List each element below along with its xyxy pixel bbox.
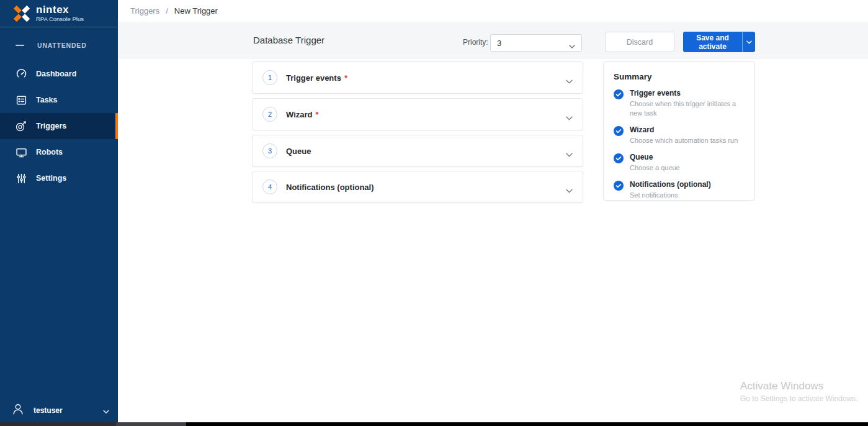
chevron-down-icon	[566, 75, 573, 86]
accordion-queue[interactable]: 3 Queue	[252, 135, 583, 167]
priority-label: Priority:	[463, 38, 488, 47]
brand-logo: nintex RPA Console Plus	[0, 0, 118, 27]
accordion-notifications[interactable]: 4 Notifications (optional)	[252, 171, 583, 203]
sidebar-item-label: Robots	[36, 148, 63, 156]
accordion-wizard[interactable]: 2 Wizard *	[252, 98, 583, 130]
summary-item-notifications: Notifications (optional) Set notificatio…	[614, 180, 745, 200]
summary-item-desc: Choose which automation tasks run	[630, 136, 738, 145]
taskbar-edge	[0, 422, 868, 426]
person-icon	[11, 402, 25, 419]
gauge-icon	[15, 68, 27, 80]
mode-label: UNATTENDED	[37, 42, 87, 49]
chevron-down-icon	[566, 184, 573, 196]
sidebar-item-label: Dashboard	[36, 70, 76, 78]
check-circle-icon	[614, 181, 624, 191]
sidebar-nav: Dashboard Tasks Triggers	[0, 61, 118, 191]
breadcrumb-separator: /	[166, 6, 168, 16]
chevron-down-icon	[103, 405, 109, 416]
sidebar-item-label: Tasks	[36, 96, 58, 104]
summary-item-label: Queue	[630, 153, 680, 162]
accordion-trigger-events[interactable]: 1 Trigger events *	[252, 61, 583, 94]
sliders-icon	[15, 172, 27, 184]
summary-item-trigger-events: Trigger events Choose when this trigger …	[614, 89, 745, 118]
task-list-icon	[15, 94, 27, 106]
chevron-down-icon	[569, 41, 575, 50]
step-number-badge: 2	[262, 107, 277, 122]
target-icon	[15, 120, 27, 132]
breadcrumb-current: New Trigger	[174, 6, 218, 16]
sidebar-item-settings[interactable]: Settings	[0, 165, 118, 191]
brand-name: nintex	[36, 4, 84, 15]
summary-item-desc: Set notifications	[630, 191, 711, 200]
summary-item-label: Trigger events	[630, 89, 745, 98]
monitor-icon	[15, 146, 27, 158]
breadcrumb-parent[interactable]: Triggers	[130, 6, 159, 16]
watermark-title: Activate Windows	[740, 380, 857, 392]
mode-row: UNATTENDED	[0, 36, 118, 55]
sidebar-item-tasks[interactable]: Tasks	[0, 87, 118, 113]
step-number-badge: 4	[262, 179, 277, 194]
dash-icon	[16, 45, 24, 46]
summary-title: Summary	[614, 72, 745, 81]
page-header: Database Trigger Priority: 3 Discard Sav…	[118, 23, 868, 59]
step-number-badge: 1	[262, 70, 277, 85]
check-circle-icon	[614, 126, 624, 136]
summary-item-queue: Queue Choose a queue	[614, 153, 745, 173]
summary-item-label: Wizard	[630, 125, 738, 135]
sidebar-item-dashboard[interactable]: Dashboard	[0, 61, 118, 87]
check-circle-icon	[614, 153, 624, 163]
step-number-badge: 3	[262, 143, 277, 158]
save-and-activate-button[interactable]: Save and activate	[683, 32, 742, 52]
summary-item-wizard: Wizard Choose which automation tasks run	[614, 125, 745, 145]
sidebar-item-robots[interactable]: Robots	[0, 139, 118, 165]
page-title: Database Trigger	[253, 35, 324, 45]
sidebar: nintex RPA Console Plus UNATTENDED Dashb…	[0, 0, 118, 422]
discard-button[interactable]: Discard	[605, 32, 674, 52]
activate-windows-watermark: Activate Windows Go to Settings to activ…	[740, 380, 857, 403]
sidebar-item-triggers[interactable]: Triggers	[0, 113, 118, 139]
summary-panel: Summary Trigger events Choose when this …	[603, 61, 755, 201]
check-circle-icon	[614, 89, 624, 99]
accordion-label: Wizard	[286, 110, 313, 119]
watermark-subtitle: Go to Settings to activate Windows.	[740, 394, 857, 403]
sidebar-item-label: Settings	[36, 174, 66, 183]
topbar: Triggers / New Trigger	[118, 0, 868, 22]
sidebar-item-label: Triggers	[36, 122, 66, 130]
accordion-label: Notifications (optional)	[286, 183, 374, 192]
chevron-down-icon	[566, 148, 573, 160]
summary-item-label: Notifications (optional)	[630, 180, 711, 189]
accordion-label: Trigger events	[286, 73, 341, 83]
save-options-caret-button[interactable]	[742, 32, 755, 52]
accordion-label: Queue	[286, 147, 311, 156]
summary-item-desc: Choose a queue	[630, 163, 680, 173]
save-split-button: Save and activate	[683, 32, 755, 52]
brand-subtitle: RPA Console Plus	[36, 16, 84, 22]
nintex-x-icon	[12, 4, 31, 23]
priority-select[interactable]: 3	[490, 34, 582, 52]
required-asterisk: *	[344, 73, 347, 83]
priority-value: 3	[497, 39, 501, 48]
user-menu[interactable]: testuser	[0, 399, 118, 422]
summary-item-desc: Choose when this trigger initiates a new…	[630, 99, 745, 118]
required-asterisk: *	[316, 110, 319, 119]
user-name: testuser	[34, 406, 63, 415]
chevron-down-icon	[566, 112, 573, 123]
